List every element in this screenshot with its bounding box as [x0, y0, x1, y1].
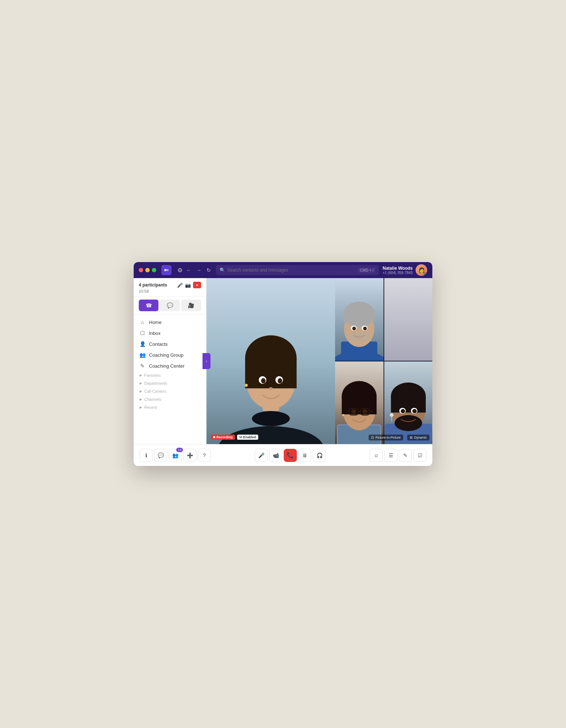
svg-point-26: [353, 327, 356, 330]
sidebar-item-home-label: Home: [149, 320, 162, 325]
sidebar-item-inbox-label: Inbox: [149, 331, 161, 336]
svg-point-15: [252, 411, 290, 426]
headset-button[interactable]: 🎧: [313, 449, 326, 462]
svg-point-11: [261, 378, 266, 384]
nav-section-favorites[interactable]: ▶ Favorites: [134, 371, 206, 379]
user-phone: +1 (604) 359-7840: [382, 271, 413, 275]
channels-arrow-icon: ▶: [139, 397, 142, 401]
call-participants-row: 4 participants 🎤 📷 ✕: [139, 282, 201, 288]
recording-indicator: Recording: [211, 435, 235, 440]
recording-label: Recording: [216, 435, 233, 439]
search-input[interactable]: [227, 268, 356, 273]
screenshare-button[interactable]: 🖥: [298, 449, 311, 462]
inbox-icon: ☐: [139, 330, 145, 336]
nav-section-call-centers-label: Call Centers: [144, 389, 166, 393]
phone-tab-button[interactable]: ☎: [139, 300, 158, 311]
help-button[interactable]: ?: [198, 449, 211, 462]
sidebar-item-coaching-group-label: Coaching Group: [149, 352, 184, 358]
svg-point-50: [394, 415, 422, 431]
end-call-button[interactable]: 📞: [284, 449, 297, 462]
mic-icon[interactable]: 🎤: [177, 282, 183, 288]
pip-icon: ⊡: [371, 436, 374, 439]
nav-section-departments-label: Departments: [144, 381, 167, 385]
user-info: Natalie Woods +1 (604) 359-7840 👩: [382, 264, 427, 276]
add-participant-button[interactable]: ➕: [183, 449, 196, 462]
svg-point-0: [164, 269, 166, 271]
settings-icon[interactable]: ⚙: [177, 267, 182, 274]
search-icon: 🔍: [220, 268, 225, 273]
end-call-small-button[interactable]: ✕: [193, 282, 201, 288]
sidebar-item-contacts[interactable]: 👤 Contacts: [134, 339, 206, 349]
contacts-icon: 👤: [139, 341, 145, 347]
tasks-button[interactable]: ☑: [413, 449, 427, 462]
coaching-group-icon: 👥: [139, 352, 145, 358]
sidebar-item-coaching-group[interactable]: 👥 Coaching Group: [134, 349, 206, 360]
avatar: 👩: [416, 264, 427, 276]
search-bar[interactable]: 🔍 CMD + /: [216, 265, 379, 275]
maximize-button[interactable]: [152, 268, 156, 272]
departments-arrow-icon: ▶: [139, 381, 142, 385]
svg-point-43: [342, 414, 345, 416]
info-button[interactable]: ℹ: [139, 449, 153, 462]
user-text: Natalie Woods +1 (604) 359-7840: [382, 266, 413, 275]
nav-section-departments[interactable]: ▶ Departments: [134, 379, 206, 387]
coaching-center-icon: ✎: [139, 363, 145, 369]
sidebar-item-home[interactable]: ⌂ Home: [134, 317, 206, 328]
participants-badge: 19: [176, 448, 183, 452]
svg-point-27: [363, 327, 367, 330]
refresh-button[interactable]: ↻: [205, 266, 212, 274]
annotate-button[interactable]: ✎: [399, 449, 412, 462]
sidebar-item-inbox[interactable]: ☐ Inbox: [134, 328, 206, 339]
svg-point-14: [245, 384, 248, 387]
video-grid: ⊡ Picture-in-Picture ⊞ Dynamic: [335, 278, 432, 444]
mute-button[interactable]: 🎤: [255, 449, 268, 462]
emoji-button[interactable]: ☺: [370, 449, 383, 462]
forward-button[interactable]: →: [195, 266, 203, 274]
svg-rect-49: [391, 396, 426, 413]
toolbar-right-group: ☺ ☰ ✎ ☑: [370, 449, 427, 462]
pip-badge[interactable]: ⊡ Picture-in-Picture: [369, 435, 403, 440]
camera-icon[interactable]: 📷: [185, 282, 191, 288]
pip-label: Picture-in-Picture: [376, 436, 401, 439]
video-cell-1: [335, 278, 383, 361]
avatar-status-dot: [424, 273, 427, 276]
chat-tab-button[interactable]: 💬: [160, 300, 180, 311]
video-tab-button[interactable]: 🎥: [181, 300, 201, 311]
traffic-lights: [139, 268, 156, 272]
svg-point-55: [390, 413, 393, 417]
call-timer: 10:58: [139, 289, 201, 293]
toolbar-center-group: 🎤 📹 📞 🖥 🎧: [255, 449, 326, 462]
recent-arrow-icon: ▶: [139, 405, 142, 409]
video-cell-4: [384, 361, 432, 444]
participants-count: 4 participants: [139, 282, 167, 288]
close-button[interactable]: [139, 268, 143, 272]
nav-section-favorites-label: Favorites: [144, 373, 161, 377]
chat-button[interactable]: 💬: [154, 449, 167, 462]
vi-badge: VI Enabled: [237, 435, 258, 440]
sidebar: 4 participants 🎤 📷 ✕ 10:58 ☎ 💬 🎥 ⌂: [134, 278, 207, 444]
nav-section-call-centers[interactable]: ▶ Call Centers: [134, 387, 206, 395]
svg-point-12: [278, 378, 282, 384]
more-button[interactable]: ☰: [384, 449, 397, 462]
nav-section-recent-label: Recent: [144, 405, 157, 410]
sidebar-item-coaching-center[interactable]: ✎ Coaching Center: [134, 360, 206, 371]
video-cell-2: [384, 278, 432, 361]
app-logo: [161, 265, 172, 275]
sidebar-item-coaching-center-label: Coaching Center: [149, 363, 185, 369]
svg-point-41: [351, 409, 357, 414]
home-icon: ⌂: [139, 319, 145, 325]
dynamic-icon: ⊞: [410, 436, 413, 439]
minimize-button[interactable]: [145, 268, 150, 272]
nav-section-recent[interactable]: ▶ Recent: [134, 403, 206, 411]
video-button[interactable]: 📹: [269, 449, 282, 462]
svg-rect-22: [343, 314, 376, 322]
call-status: 4 participants 🎤 📷 ✕ 10:58: [134, 278, 206, 297]
participants-button[interactable]: 👥 19: [169, 449, 182, 462]
nav-section-channels[interactable]: ▶ Channels: [134, 395, 206, 403]
svg-rect-28: [384, 278, 432, 361]
call-actions: ☎ 💬 🎥: [134, 297, 206, 314]
sidebar-toggle-button[interactable]: ‹: [203, 353, 211, 369]
back-button[interactable]: ←: [185, 266, 193, 274]
app-window: ⚙ ← → ↻ 🔍 CMD + / Natalie Woods +1 (604)…: [134, 262, 432, 466]
dynamic-badge[interactable]: ⊞ Dynamic: [407, 435, 429, 440]
